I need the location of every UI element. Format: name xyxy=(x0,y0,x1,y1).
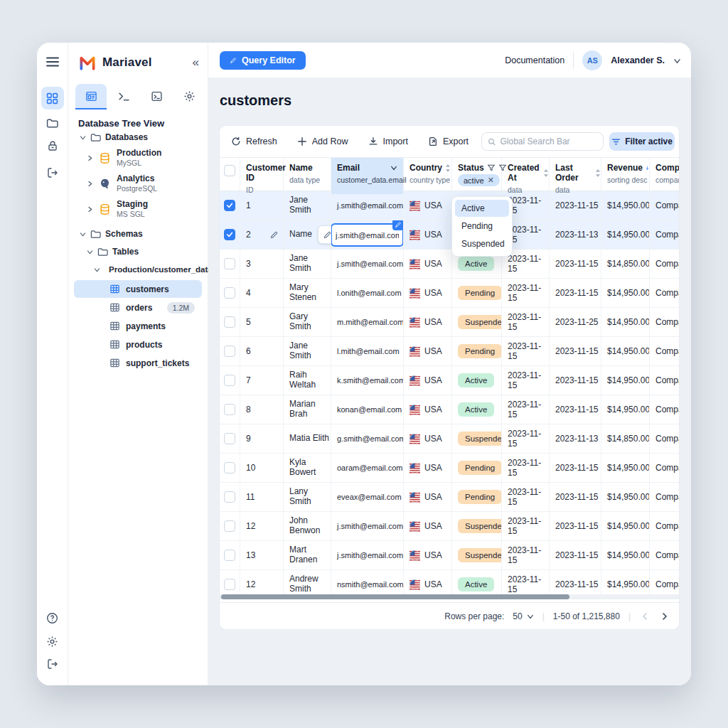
email-input[interactable] xyxy=(336,231,399,240)
email-cell: j.smith@email.com xyxy=(337,259,403,268)
tab-settings[interactable] xyxy=(173,84,205,109)
remove-filter-icon[interactable]: ✕ xyxy=(488,176,494,185)
chevron-down-icon[interactable] xyxy=(87,249,93,255)
row-checkbox[interactable] xyxy=(224,229,235,240)
row-checkbox[interactable] xyxy=(224,375,235,386)
tree-schemas-node[interactable]: Schemas xyxy=(68,226,208,242)
import-button[interactable]: Import xyxy=(368,136,408,146)
query-editor-button[interactable]: Query Editor xyxy=(220,51,306,70)
status-badge[interactable]: Suspended xyxy=(458,519,502,533)
header-country[interactable]: Country country type xyxy=(404,158,452,194)
last-order-cell: 2023-11-15 xyxy=(555,579,599,589)
status-filter-chip[interactable]: active✕ xyxy=(458,174,500,186)
tree-table-item[interactable]: support_tickets xyxy=(74,354,202,372)
tree-databases-node[interactable]: Databases xyxy=(68,129,208,145)
row-checkbox[interactable] xyxy=(224,316,235,328)
filter-active-button[interactable]: Filter active xyxy=(609,132,675,151)
status-badge[interactable]: Pending xyxy=(458,461,502,475)
row-checkbox[interactable] xyxy=(224,462,235,473)
row-checkbox[interactable] xyxy=(224,404,235,415)
rail-dashboard-grid-icon[interactable] xyxy=(41,87,64,109)
status-badge[interactable]: Active xyxy=(458,373,494,387)
global-search-input[interactable] xyxy=(500,136,597,146)
help-icon[interactable] xyxy=(41,606,64,629)
header-customer-id[interactable]: Customer ID ID xyxy=(240,158,284,194)
header-name[interactable]: Name data type xyxy=(284,158,331,194)
chevron-down-icon[interactable] xyxy=(80,231,86,237)
status-badge[interactable]: Pending xyxy=(458,286,502,300)
tree-database-connection[interactable]: Production MySGL xyxy=(87,145,208,171)
status-dropdown-option[interactable]: Active xyxy=(455,200,509,217)
next-page-button[interactable] xyxy=(659,611,670,622)
row-checkbox[interactable] xyxy=(224,258,235,269)
table-row: 3 Jane Smith j.smith@email.com USA Activ… xyxy=(220,250,680,279)
row-checkbox[interactable] xyxy=(224,200,235,211)
status-badge[interactable]: Active xyxy=(458,257,494,271)
tree-table-item[interactable]: orders 1.2M xyxy=(74,299,202,316)
created-at-cell: 2023-11-15 xyxy=(508,545,549,565)
chevron-down-icon[interactable] xyxy=(80,134,86,141)
chevron-down-icon[interactable] xyxy=(94,267,100,273)
row-checkbox[interactable] xyxy=(224,520,235,532)
rail-lock-icon[interactable] xyxy=(41,134,64,157)
user-avatar[interactable]: AS xyxy=(582,50,602,70)
country-cell: USA xyxy=(424,434,442,444)
hamburger-menu-icon[interactable] xyxy=(41,50,64,73)
rail-logout-icon[interactable] xyxy=(41,161,64,184)
status-badge[interactable]: Suspended xyxy=(458,548,502,562)
chevron-right-icon[interactable] xyxy=(87,155,93,161)
row-checkbox[interactable] xyxy=(224,346,235,357)
header-status[interactable]: Status active✕ xyxy=(452,158,502,194)
tree-schema-path-node[interactable]: Production/customer_data xyxy=(68,262,208,277)
tree-table-item[interactable]: customers xyxy=(74,280,202,298)
row-checkbox[interactable] xyxy=(224,287,235,299)
tree-database-connection[interactable]: Staging MS SGL xyxy=(87,196,208,222)
tree-database-connection[interactable]: Analytics PostgreSQL xyxy=(87,171,208,196)
status-badge[interactable]: Suspended xyxy=(458,432,502,446)
previous-page-button[interactable] xyxy=(639,611,651,622)
header-revenue[interactable]: Revenue sorting desc xyxy=(601,158,650,194)
tree-table-item[interactable]: products xyxy=(74,336,202,353)
row-checkbox[interactable] xyxy=(224,550,235,561)
tab-terminal[interactable] xyxy=(108,84,139,109)
status-badge[interactable]: Pending xyxy=(458,490,502,504)
row-checkbox[interactable] xyxy=(224,433,235,444)
tree-tables-node[interactable]: Tables xyxy=(68,244,208,259)
chevron-right-icon[interactable] xyxy=(87,181,93,187)
horizontal-scrollbar-thumb[interactable] xyxy=(221,594,569,599)
tab-database-browser[interactable] xyxy=(75,84,107,109)
sidebar-collapse-icon[interactable]: « xyxy=(193,55,199,70)
row-checkbox[interactable] xyxy=(224,491,235,503)
chevron-down-icon[interactable] xyxy=(673,57,681,65)
add-row-button[interactable]: Add Row xyxy=(297,136,348,146)
filter-funnel-icon[interactable] xyxy=(487,164,496,172)
tree-table-item[interactable]: payments xyxy=(74,317,202,335)
table-grid-icon xyxy=(109,321,120,331)
row-checkbox[interactable] xyxy=(224,579,235,590)
chevron-right-icon[interactable] xyxy=(87,206,93,213)
country-cell: USA xyxy=(424,230,442,240)
export-button[interactable]: Export xyxy=(428,136,469,146)
select-all-checkbox[interactable] xyxy=(224,165,235,176)
header-company[interactable]: Company company xyxy=(650,158,680,194)
exit-icon[interactable] xyxy=(41,653,64,675)
refresh-button[interactable]: Refresh xyxy=(231,136,277,146)
header-last-order[interactable]: Last Order data xyxy=(550,158,601,194)
chevron-down-icon[interactable] xyxy=(390,164,397,171)
user-name[interactable]: Alexander S. xyxy=(611,55,665,65)
status-badge[interactable]: Active xyxy=(458,577,494,592)
tab-console-window[interactable] xyxy=(141,84,172,109)
status-badge[interactable]: Active xyxy=(458,402,494,417)
documentation-link[interactable]: Documentation xyxy=(505,55,564,65)
rail-folder-icon[interactable] xyxy=(41,112,64,134)
status-dropdown-option[interactable]: Suspended xyxy=(455,235,509,252)
status-dropdown-option[interactable]: Pending xyxy=(455,218,509,235)
settings-gear-icon[interactable] xyxy=(41,630,64,653)
edit-pencil-icon[interactable] xyxy=(269,230,279,240)
status-badge[interactable]: Suspended xyxy=(458,315,502,329)
header-email[interactable]: Email customer_data.email xyxy=(331,158,404,194)
revenue-cell: $14,950.00 xyxy=(607,375,650,385)
rows-per-page-select[interactable]: 50 xyxy=(513,611,533,621)
header-created-at[interactable]: Created At data xyxy=(502,158,550,194)
status-badge[interactable]: Pending xyxy=(458,344,502,358)
